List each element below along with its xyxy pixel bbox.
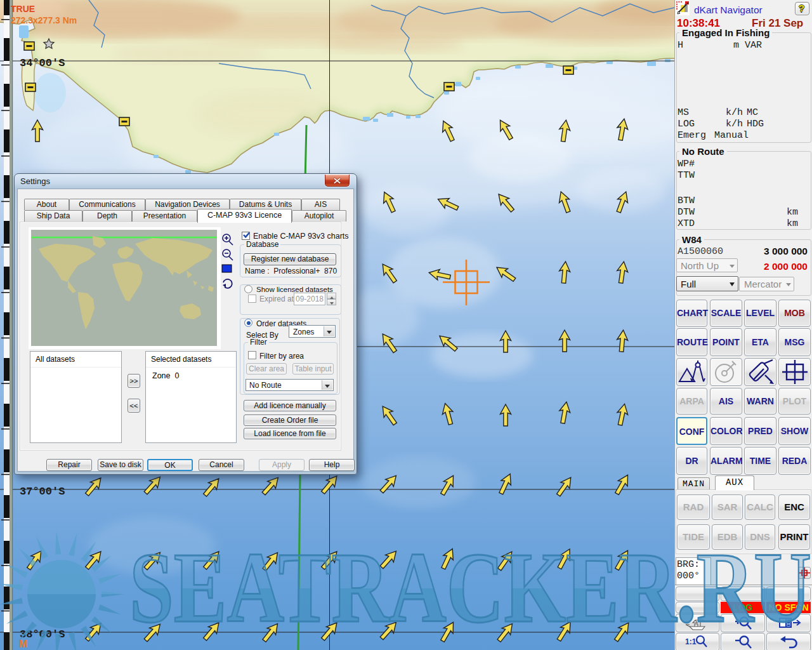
svg-text:TRUE: TRUE [11,4,35,14]
svg-text:34°00'S: 34°00'S [20,57,65,69]
svg-text:272.3x277.3 Nm: 272.3x277.3 Nm [11,15,77,25]
svg-text:M: M [19,639,27,649]
svg-text:1:1: 1:1 [685,637,697,646]
svg-text:37°00'S: 37°00'S [20,486,65,498]
